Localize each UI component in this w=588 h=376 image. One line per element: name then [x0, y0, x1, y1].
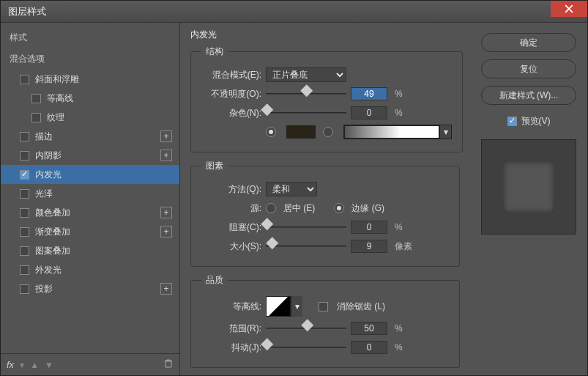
add-effect-icon[interactable]: + — [160, 207, 172, 218]
effect-row-9[interactable]: 图案叠加 — [1, 241, 179, 260]
effect-row-6[interactable]: 光泽 — [1, 184, 179, 203]
trash-icon[interactable] — [163, 358, 174, 371]
gradient-radio[interactable] — [323, 127, 333, 137]
antialias-checkbox[interactable] — [319, 302, 328, 312]
window-title: 图层样式 — [8, 5, 46, 18]
quality-legend: 品质 — [201, 274, 228, 287]
styles-header[interactable]: 样式 — [1, 27, 179, 48]
elements-group: 图素 方法(Q): 柔和 源: 居中 (E) 边缘 (G) 阻塞(C): — [190, 160, 460, 267]
jitter-input[interactable] — [351, 341, 387, 354]
effect-label: 图案叠加 — [35, 245, 70, 257]
blend-mode-label: 混合模式(E): — [201, 69, 261, 81]
add-effect-icon[interactable]: + — [160, 283, 172, 295]
preview-label: 预览(V) — [521, 115, 551, 128]
elements-legend: 图素 — [201, 160, 228, 172]
source-center-label: 居中 (E) — [283, 202, 315, 215]
titlebar[interactable]: 图层样式 — [1, 1, 587, 23]
choke-input[interactable] — [351, 221, 387, 234]
jitter-slider[interactable] — [266, 342, 346, 353]
range-slider[interactable] — [266, 322, 346, 334]
fx-menu[interactable]: fx — [7, 359, 14, 370]
structure-legend: 结构 — [201, 45, 228, 58]
effect-label: 内阴影 — [35, 150, 62, 162]
contour-dropdown[interactable]: ▾ — [291, 296, 302, 317]
effect-checkbox[interactable] — [20, 208, 29, 218]
effect-checkbox[interactable] — [20, 132, 29, 141]
size-unit: 像素 — [395, 240, 412, 253]
glow-color-swatch[interactable] — [286, 125, 316, 139]
add-effect-icon[interactable]: + — [160, 226, 172, 237]
effect-checkbox[interactable] — [20, 189, 29, 199]
effect-row-4[interactable]: 内阴影+ — [1, 146, 179, 165]
effect-checkbox[interactable] — [20, 246, 29, 256]
size-label: 大小(S): — [201, 240, 261, 253]
effect-row-3[interactable]: 描边+ — [1, 127, 179, 146]
effect-checkbox[interactable] — [20, 75, 29, 84]
effect-row-0[interactable]: 斜面和浮雕 — [1, 70, 179, 89]
blend-options-header[interactable]: 混合选项 — [1, 48, 179, 70]
jitter-label: 抖动(J): — [201, 342, 261, 354]
opacity-input[interactable] — [351, 87, 387, 100]
effects-list-panel: 样式混合选项斜面和浮雕等高线纹理描边+内阴影+内发光光泽颜色叠加+渐变叠加+图案… — [1, 23, 180, 375]
source-edge-radio[interactable] — [334, 203, 344, 213]
effect-label: 投影 — [35, 283, 53, 295]
choke-slider[interactable] — [266, 221, 346, 233]
source-edge-label: 边缘 (G) — [351, 202, 384, 215]
effect-checkbox[interactable] — [20, 151, 29, 161]
move-down-icon[interactable]: ▼ — [45, 360, 53, 370]
effect-label: 内发光 — [35, 169, 62, 181]
effect-row-2[interactable]: 纹理 — [1, 108, 179, 127]
contour-swatch[interactable] — [266, 296, 291, 317]
effect-row-7[interactable]: 颜色叠加+ — [1, 203, 179, 222]
effect-label: 外发光 — [35, 264, 62, 276]
effect-row-1[interactable]: 等高线 — [1, 89, 179, 108]
effects-footer: fx▾ ▲ ▼ — [1, 353, 179, 375]
close-button[interactable] — [551, 1, 587, 17]
noise-slider[interactable] — [266, 107, 346, 119]
effect-checkbox[interactable] — [20, 284, 29, 294]
effect-label: 描边 — [35, 130, 53, 143]
effect-checkbox[interactable] — [20, 227, 29, 237]
structure-group: 结构 混合模式(E): 正片叠底 不透明度(O): % 杂色(N): % — [190, 45, 463, 152]
new-style-button[interactable]: 新建样式 (W)... — [481, 86, 576, 105]
effect-row-10[interactable]: 外发光 — [1, 260, 179, 279]
effect-row-5[interactable]: 内发光 — [1, 165, 179, 184]
opacity-slider[interactable] — [266, 88, 346, 100]
effect-checkbox[interactable] — [20, 170, 29, 180]
effect-checkbox[interactable] — [20, 265, 29, 275]
color-radio[interactable] — [266, 127, 276, 137]
source-center-radio[interactable] — [266, 203, 276, 213]
effect-row-11[interactable]: 投影+ — [1, 279, 179, 298]
panel-title: 内发光 — [190, 29, 460, 41]
effect-label: 渐变叠加 — [35, 226, 70, 238]
size-input[interactable] — [351, 240, 387, 253]
effect-checkbox[interactable] — [31, 94, 41, 103]
blend-mode-select[interactable]: 正片叠底 — [266, 67, 346, 82]
add-effect-icon[interactable]: + — [160, 130, 172, 142]
noise-input[interactable] — [351, 106, 387, 119]
move-up-icon[interactable]: ▲ — [30, 360, 39, 370]
gradient-dropdown[interactable]: ▾ — [439, 125, 451, 139]
choke-unit: % — [395, 222, 403, 232]
technique-select[interactable]: 柔和 — [266, 182, 317, 196]
glow-gradient-swatch[interactable] — [344, 125, 439, 139]
opacity-unit: % — [395, 89, 403, 99]
effect-label: 颜色叠加 — [35, 207, 70, 219]
add-effect-icon[interactable]: + — [160, 150, 172, 161]
effect-row-8[interactable]: 渐变叠加+ — [1, 222, 179, 241]
settings-panel: 内发光 结构 混合模式(E): 正片叠底 不透明度(O): % 杂色(N): — [180, 23, 470, 375]
preview-checkbox[interactable] — [507, 117, 517, 126]
size-slider[interactable] — [266, 240, 346, 252]
range-input[interactable] — [351, 322, 387, 335]
action-panel: 确定 复位 新建样式 (W)... 预览(V) — [470, 23, 587, 375]
contour-label: 等高线: — [201, 301, 261, 313]
antialias-label: 消除锯齿 (L) — [337, 301, 385, 313]
effect-label: 等高线 — [47, 92, 73, 105]
quality-group: 品质 等高线: ▾ 消除锯齿 (L) 范围(R): % — [190, 274, 460, 368]
effect-label: 光泽 — [35, 188, 53, 200]
range-unit: % — [395, 323, 403, 333]
cancel-button[interactable]: 复位 — [481, 59, 576, 78]
preview-swatch — [503, 161, 554, 213]
ok-button[interactable]: 确定 — [481, 33, 576, 52]
effect-checkbox[interactable] — [31, 113, 41, 122]
